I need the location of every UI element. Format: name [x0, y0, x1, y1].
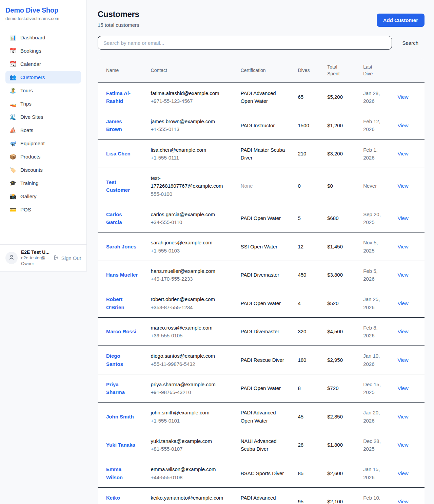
customer-name-link[interactable]: Hans Mueller — [106, 272, 138, 278]
customer-dives: 450 — [294, 261, 323, 289]
customer-name-link[interactable]: Test Customer — [106, 179, 130, 193]
sidebar-item-products[interactable]: 📦 Products — [5, 150, 81, 163]
customer-email: fatima.alrashid@example.com — [151, 89, 233, 97]
customer-name-link[interactable]: Diego Santos — [106, 353, 123, 367]
customer-total-spent: $720 — [323, 374, 359, 403]
customer-view-link[interactable]: View — [397, 94, 408, 100]
camera-icon: 📸 — [9, 194, 16, 199]
customer-name-link[interactable]: Sarah Jones — [106, 244, 136, 249]
customer-last-dive: Feb 1, 2026 — [359, 139, 393, 168]
customer-dives: 1500 — [294, 111, 323, 140]
customer-total-spent: $4,500 — [323, 317, 359, 346]
credit-card-icon: 💳 — [9, 207, 16, 212]
customer-row: Yuki Tanaka yuki.tanaka@example.com +81-… — [98, 431, 425, 459]
customer-name-link[interactable]: Yuki Tanaka — [106, 442, 135, 448]
customer-view-link[interactable]: View — [397, 300, 408, 306]
customer-name-link[interactable]: James Brown — [106, 118, 122, 132]
customer-view-link[interactable]: View — [397, 151, 408, 156]
sidebar-item-bookings[interactable]: 📅 Bookings — [5, 44, 81, 57]
sidebar-item-discounts[interactable]: 🏷️ Discounts — [5, 164, 81, 176]
sidebar-item-dive-sites[interactable]: 🌊 Dive Sites — [5, 111, 81, 123]
customer-dives: 85 — [294, 459, 323, 488]
sidebar-item-dashboard[interactable]: 📊 Dashboard — [5, 31, 81, 44]
customer-email: james.brown@example.com — [151, 117, 233, 125]
sidebar-item-equipment[interactable]: 🤿 Equipment — [5, 137, 81, 150]
customer-total-spent: $0 — [323, 168, 359, 204]
customer-name-link[interactable]: Fatima Al-Rashid — [106, 90, 131, 104]
main-content: Customers 15 total customers Add Custome… — [87, 0, 434, 504]
customer-view-link[interactable]: View — [397, 272, 408, 278]
customer-row: Priya Sharma priya.sharma@example.com +9… — [98, 374, 425, 403]
customer-view-link[interactable]: View — [397, 357, 408, 363]
customer-name-link[interactable]: Keiko Yamamoto — [106, 495, 132, 504]
customer-dives: 8 — [294, 374, 323, 403]
customer-view-link[interactable]: View — [397, 329, 408, 334]
add-customer-button[interactable]: Add Customer — [377, 14, 425, 27]
customer-row: Sarah Jones sarah.jones@example.com +1-5… — [98, 232, 425, 261]
customer-phone: +971-55-123-4567 — [151, 97, 233, 105]
customer-certification: PADI Rescue Diver — [241, 357, 284, 363]
customer-view-link[interactable]: View — [397, 123, 408, 128]
customer-certification: NAUI Advanced Scuba Diver — [241, 438, 277, 452]
sidebar-item-customers[interactable]: 👥 Customers — [5, 71, 81, 83]
sidebar-nav: 📊 Dashboard 📅 Bookings 📆 Calendar 👥 Cust… — [0, 27, 86, 244]
customer-phone: +44-555-0108 — [151, 473, 233, 481]
customer-certification: PADI Divemaster — [241, 272, 279, 278]
customers-table-body: Fatima Al-Rashid fatima.alrashid@example… — [98, 83, 425, 504]
sidebar-item-label: Dive Sites — [20, 114, 43, 120]
customer-certification: SSI Open Water — [241, 244, 278, 249]
sidebar-footer: E2E Test U... e2e-tester@... Owner Sign … — [0, 244, 86, 271]
customer-name-link[interactable]: Robert O'Brien — [106, 296, 124, 310]
sidebar-item-label: Boats — [20, 127, 33, 133]
customer-name-link[interactable]: Lisa Chen — [106, 151, 131, 156]
customer-view-link[interactable]: View — [397, 244, 408, 249]
customer-view-link[interactable]: View — [397, 442, 408, 448]
customer-row: Keiko Yamamoto keiko.yamamoto@example.co… — [98, 487, 425, 504]
user-role: Owner — [21, 261, 50, 267]
sidebar-item-boats[interactable]: ⛵ Boats — [5, 124, 81, 136]
sidebar-item-pos[interactable]: 💳 POS — [5, 203, 81, 216]
customer-row: Carlos Garcia carlos.garcia@example.com … — [98, 204, 425, 232]
customer-total-spent: $5,200 — [323, 83, 359, 111]
customer-last-dive: Sep 20, 2025 — [359, 204, 393, 232]
customer-dives: 65 — [294, 83, 323, 111]
customer-dives: 5 — [294, 204, 323, 232]
customer-email: keiko.yamamoto@example.com — [151, 494, 233, 502]
customer-name-link[interactable]: Carlos Garcia — [106, 211, 122, 225]
calendar-icon: 📅 — [9, 48, 16, 54]
customer-phone: +81-555-0107 — [151, 445, 233, 453]
customer-phone: +34-555-0110 — [151, 218, 233, 226]
sidebar-item-trips[interactable]: 🚤 Trips — [5, 97, 81, 110]
shop-name: Demo Dive Shop — [5, 6, 81, 14]
sidebar-item-gallery[interactable]: 📸 Gallery — [5, 190, 81, 203]
sidebar-item-tours[interactable]: 🏝️ Tours — [5, 84, 81, 97]
customer-name-link[interactable]: Priya Sharma — [106, 381, 125, 395]
customer-view-link[interactable]: View — [397, 414, 408, 419]
customer-last-dive: Nov 5, 2025 — [359, 232, 393, 261]
customer-dives: 210 — [294, 139, 323, 168]
sidebar-item-training[interactable]: 🎓 Training — [5, 177, 81, 189]
customer-view-link[interactable]: View — [397, 215, 408, 221]
customer-view-link[interactable]: View — [397, 499, 408, 504]
sign-out-button[interactable]: Sign Out — [54, 255, 81, 261]
customer-phone: +91-98765-43210 — [151, 388, 233, 396]
search-button[interactable]: Search — [402, 40, 418, 46]
customer-dives: 320 — [294, 317, 323, 346]
search-input[interactable] — [98, 36, 392, 50]
avatar — [5, 252, 18, 264]
customer-name-link[interactable]: John Smith — [106, 414, 134, 419]
customer-phone: +55-11-99876-5432 — [151, 360, 233, 368]
customer-view-link[interactable]: View — [397, 470, 408, 476]
wave-icon: 🌊 — [9, 114, 16, 120]
customer-row: Robert O'Brien robert.obrien@example.com… — [98, 289, 425, 318]
customer-view-link[interactable]: View — [397, 183, 408, 189]
customer-view-link[interactable]: View — [397, 385, 408, 391]
table-header-row: Name Contact Certification Dives Total S… — [98, 58, 425, 83]
customer-name-link[interactable]: Emma Wilson — [106, 466, 123, 480]
customer-last-dive: Jan 15, 2026 — [359, 459, 393, 488]
customer-name-link[interactable]: Marco Rossi — [106, 329, 136, 334]
sidebar-item-calendar[interactable]: 📆 Calendar — [5, 58, 81, 70]
bar-chart-icon: 📊 — [9, 35, 16, 40]
customer-certification: PADI Instructor — [241, 123, 275, 128]
customer-email: diego.santos@example.com — [151, 352, 233, 360]
